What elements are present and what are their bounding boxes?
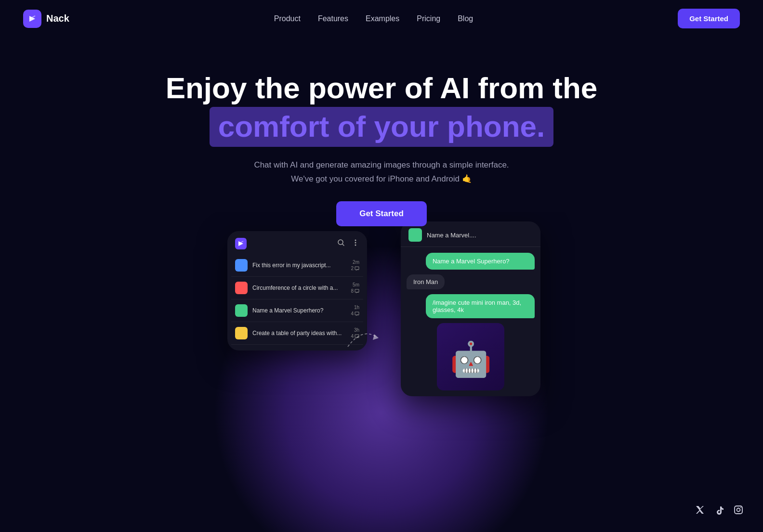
chat-item[interactable]: Fix this error in my javascript... 2m 2 [231, 254, 363, 277]
chat-item[interactable]: Circumference of a circle with a... 5m 8 [231, 277, 363, 299]
user-message-2: /imagine cute mini iron man, 3d, glasses… [426, 294, 535, 318]
phone-left-header [227, 231, 367, 254]
nav-cta-button[interactable]: Get Started [678, 9, 740, 28]
ai-generated-image: 🤖 [437, 323, 504, 390]
chat-time: 5m 8 [351, 282, 359, 294]
hero-section: Enjoy the power of AI from the comfort o… [0, 37, 763, 226]
chat-preview-text: Name a Marvel Superhero? [252, 307, 346, 315]
phone-right-title: Name a Marvel.... [427, 232, 476, 239]
svg-point-7 [737, 508, 740, 512]
tiktok-icon[interactable] [714, 505, 724, 518]
svg-line-1 [342, 244, 344, 246]
nav-features[interactable]: Features [318, 14, 348, 23]
svg-point-4 [355, 245, 356, 246]
phone-logo-icon [235, 238, 247, 249]
chat-color-dot [235, 259, 248, 272]
hero-title-line1: Enjoy the power of AI from the [10, 71, 753, 105]
nav-pricing[interactable]: Pricing [417, 14, 440, 23]
hero-subtitle: Chat with AI and generate amazing images… [10, 158, 753, 186]
social-bar [695, 505, 744, 518]
more-icon[interactable] [352, 239, 359, 248]
navbar: Nack Product Features Examples Pricing B… [0, 0, 763, 37]
svg-point-2 [355, 240, 356, 241]
chat-time: 2m 2 [351, 260, 359, 271]
logo-icon [23, 10, 41, 28]
chat-time: 1h 4 [351, 305, 359, 316]
nav-links: Product Features Examples Pricing Blog [274, 14, 473, 23]
user-message-1: Name a Marvel Superhero? [426, 253, 535, 270]
twitter-icon[interactable] [695, 505, 705, 518]
chat-color-dot [235, 327, 248, 339]
chat-messages: Name a Marvel Superhero? Iron Man /imagi… [401, 247, 540, 396]
chat-preview-text: Fix this error in my javascript... [252, 261, 346, 270]
nav-blog[interactable]: Blog [458, 14, 473, 23]
phone-right-avatar-dot [408, 228, 422, 242]
nav-examples[interactable]: Examples [366, 14, 399, 23]
logo[interactable]: Nack [23, 10, 69, 28]
hero-title-line2: comfort of your phone. [210, 107, 554, 146]
chat-item[interactable]: Name a Marvel Superhero? 1h 4 [231, 299, 363, 322]
dashed-arrow-decoration [343, 323, 382, 351]
chat-color-dot [235, 304, 248, 317]
phone-header-actions [337, 239, 359, 248]
chat-color-dot [235, 282, 248, 294]
ai-reply-1: Iron Man [407, 274, 445, 289]
svg-point-3 [355, 242, 356, 244]
logo-text: Nack [46, 13, 69, 24]
nav-product[interactable]: Product [274, 14, 301, 23]
hero-cta-button[interactable]: Get Started [336, 201, 427, 226]
phone-right: Name a Marvel.... Name a Marvel Superher… [401, 221, 540, 396]
phones-area: Fix this error in my javascript... 2m 2 … [0, 212, 763, 453]
chat-preview-text: Circumference of a circle with a... [252, 284, 346, 292]
chat-preview-text: Create a table of party ideas with... [252, 329, 346, 337]
svg-point-8 [740, 507, 741, 508]
search-icon[interactable] [337, 239, 345, 248]
instagram-icon[interactable] [733, 505, 744, 518]
